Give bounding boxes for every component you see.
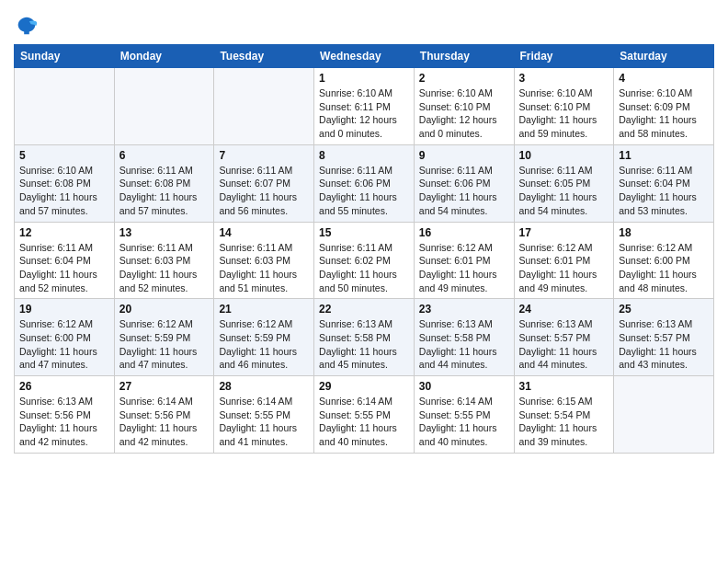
day-number: 22	[319, 303, 409, 316]
day-info: Sunrise: 6:12 AMSunset: 6:00 PMDaylight:…	[19, 317, 109, 372]
calendar-header-row: SundayMondayTuesdayWednesdayThursdayFrid…	[15, 45, 714, 68]
calendar-cell: 10Sunrise: 6:11 AMSunset: 6:05 PMDayligh…	[514, 144, 614, 222]
day-number: 8	[319, 149, 409, 162]
calendar-cell: 8Sunrise: 6:11 AMSunset: 6:06 PMDaylight…	[314, 144, 415, 222]
day-info: Sunrise: 6:13 AMSunset: 5:58 PMDaylight:…	[319, 317, 409, 372]
day-info: Sunrise: 6:10 AMSunset: 6:10 PMDaylight:…	[419, 86, 509, 141]
day-number: 6	[119, 149, 210, 162]
day-info: Sunrise: 6:15 AMSunset: 5:54 PMDaylight:…	[519, 395, 609, 449]
day-number: 25	[619, 303, 709, 316]
day-info: Sunrise: 6:13 AMSunset: 5:57 PMDaylight:…	[519, 317, 609, 372]
day-info: Sunrise: 6:11 AMSunset: 6:06 PMDaylight:…	[419, 164, 509, 218]
calendar-cell: 13Sunrise: 6:11 AMSunset: 6:03 PMDayligh…	[114, 222, 214, 299]
calendar-cell: 6Sunrise: 6:11 AMSunset: 6:08 PMDaylight…	[114, 144, 214, 222]
day-number: 2	[419, 72, 509, 85]
calendar-cell: 18Sunrise: 6:12 AMSunset: 6:00 PMDayligh…	[614, 222, 714, 299]
calendar-cell: 5Sunrise: 6:10 AMSunset: 6:08 PMDaylight…	[15, 144, 115, 222]
day-info: Sunrise: 6:11 AMSunset: 6:07 PMDaylight:…	[219, 164, 309, 218]
day-number: 18	[619, 226, 709, 239]
day-number: 16	[419, 226, 509, 239]
day-number: 20	[119, 303, 210, 316]
calendar-cell	[15, 68, 115, 145]
calendar-cell: 25Sunrise: 6:13 AMSunset: 5:57 PMDayligh…	[614, 299, 714, 376]
calendar-cell: 4Sunrise: 6:10 AMSunset: 6:09 PMDaylight…	[614, 68, 714, 145]
weekday-header-thursday: Thursday	[414, 45, 514, 68]
weekday-header-tuesday: Tuesday	[214, 45, 314, 68]
day-number: 9	[419, 149, 509, 162]
day-info: Sunrise: 6:13 AMSunset: 5:57 PMDaylight:…	[619, 317, 709, 372]
day-info: Sunrise: 6:11 AMSunset: 6:04 PMDaylight:…	[19, 241, 109, 295]
day-number: 26	[19, 380, 109, 393]
day-number: 10	[519, 149, 609, 162]
calendar-week-1: 1Sunrise: 6:10 AMSunset: 6:11 PMDaylight…	[15, 68, 714, 145]
day-info: Sunrise: 6:14 AMSunset: 5:55 PMDaylight:…	[219, 395, 309, 449]
calendar-week-3: 12Sunrise: 6:11 AMSunset: 6:04 PMDayligh…	[15, 222, 714, 299]
calendar-cell: 11Sunrise: 6:11 AMSunset: 6:04 PMDayligh…	[614, 144, 714, 222]
calendar-cell: 17Sunrise: 6:12 AMSunset: 6:01 PMDayligh…	[514, 222, 614, 299]
day-info: Sunrise: 6:12 AMSunset: 5:59 PMDaylight:…	[119, 317, 210, 372]
day-number: 21	[219, 303, 309, 316]
day-info: Sunrise: 6:14 AMSunset: 5:55 PMDaylight:…	[419, 395, 509, 449]
day-number: 13	[119, 226, 210, 239]
day-number: 31	[519, 380, 609, 393]
day-info: Sunrise: 6:11 AMSunset: 6:05 PMDaylight:…	[519, 164, 609, 218]
weekday-header-wednesday: Wednesday	[314, 45, 415, 68]
calendar-cell: 29Sunrise: 6:14 AMSunset: 5:55 PMDayligh…	[314, 376, 415, 454]
calendar-cell: 22Sunrise: 6:13 AMSunset: 5:58 PMDayligh…	[314, 299, 415, 376]
weekday-header-sunday: Sunday	[15, 45, 115, 68]
logo	[14, 13, 41, 39]
day-info: Sunrise: 6:12 AMSunset: 6:01 PMDaylight:…	[419, 241, 509, 295]
day-info: Sunrise: 6:12 AMSunset: 5:59 PMDaylight:…	[219, 317, 309, 372]
day-info: Sunrise: 6:14 AMSunset: 5:56 PMDaylight:…	[119, 395, 210, 449]
day-info: Sunrise: 6:11 AMSunset: 6:03 PMDaylight:…	[219, 241, 309, 295]
day-number: 19	[19, 303, 109, 316]
day-info: Sunrise: 6:11 AMSunset: 6:06 PMDaylight:…	[319, 164, 409, 218]
day-number: 5	[19, 149, 109, 162]
calendar-cell: 28Sunrise: 6:14 AMSunset: 5:55 PMDayligh…	[214, 376, 314, 454]
day-number: 23	[419, 303, 509, 316]
day-number: 14	[219, 226, 309, 239]
day-info: Sunrise: 6:11 AMSunset: 6:04 PMDaylight:…	[619, 164, 709, 218]
day-info: Sunrise: 6:12 AMSunset: 6:00 PMDaylight:…	[619, 241, 709, 295]
day-number: 3	[519, 72, 609, 85]
calendar-cell: 2Sunrise: 6:10 AMSunset: 6:10 PMDaylight…	[414, 68, 514, 145]
calendar-cell: 21Sunrise: 6:12 AMSunset: 5:59 PMDayligh…	[214, 299, 314, 376]
weekday-header-saturday: Saturday	[614, 45, 714, 68]
day-number: 30	[419, 380, 509, 393]
calendar-cell	[614, 376, 714, 454]
calendar-cell: 12Sunrise: 6:11 AMSunset: 6:04 PMDayligh…	[15, 222, 115, 299]
day-number: 24	[519, 303, 609, 316]
day-info: Sunrise: 6:10 AMSunset: 6:11 PMDaylight:…	[319, 86, 409, 141]
day-info: Sunrise: 6:13 AMSunset: 5:56 PMDaylight:…	[19, 395, 109, 449]
day-info: Sunrise: 6:12 AMSunset: 6:01 PMDaylight:…	[519, 241, 609, 295]
day-info: Sunrise: 6:10 AMSunset: 6:09 PMDaylight:…	[619, 86, 709, 141]
calendar-cell	[114, 68, 214, 145]
logo-icon	[14, 13, 40, 39]
day-number: 12	[19, 226, 109, 239]
calendar-cell: 16Sunrise: 6:12 AMSunset: 6:01 PMDayligh…	[414, 222, 514, 299]
day-info: Sunrise: 6:10 AMSunset: 6:08 PMDaylight:…	[19, 164, 109, 218]
calendar-table: SundayMondayTuesdayWednesdayThursdayFrid…	[14, 44, 714, 454]
day-info: Sunrise: 6:10 AMSunset: 6:10 PMDaylight:…	[519, 86, 609, 141]
calendar-cell: 27Sunrise: 6:14 AMSunset: 5:56 PMDayligh…	[114, 376, 214, 454]
calendar-cell: 3Sunrise: 6:10 AMSunset: 6:10 PMDaylight…	[514, 68, 614, 145]
calendar-cell: 31Sunrise: 6:15 AMSunset: 5:54 PMDayligh…	[514, 376, 614, 454]
calendar-cell: 26Sunrise: 6:13 AMSunset: 5:56 PMDayligh…	[15, 376, 115, 454]
day-number: 15	[319, 226, 409, 239]
calendar-week-2: 5Sunrise: 6:10 AMSunset: 6:08 PMDaylight…	[15, 144, 714, 222]
day-number: 27	[119, 380, 210, 393]
day-number: 1	[319, 72, 409, 85]
calendar-cell: 23Sunrise: 6:13 AMSunset: 5:58 PMDayligh…	[414, 299, 514, 376]
day-number: 29	[319, 380, 409, 393]
day-number: 4	[619, 72, 709, 85]
calendar-cell: 7Sunrise: 6:11 AMSunset: 6:07 PMDaylight…	[214, 144, 314, 222]
calendar-cell: 14Sunrise: 6:11 AMSunset: 6:03 PMDayligh…	[214, 222, 314, 299]
calendar-cell: 24Sunrise: 6:13 AMSunset: 5:57 PMDayligh…	[514, 299, 614, 376]
day-info: Sunrise: 6:13 AMSunset: 5:58 PMDaylight:…	[419, 317, 509, 372]
day-number: 7	[219, 149, 309, 162]
calendar-cell: 9Sunrise: 6:11 AMSunset: 6:06 PMDaylight…	[414, 144, 514, 222]
calendar-cell: 19Sunrise: 6:12 AMSunset: 6:00 PMDayligh…	[15, 299, 115, 376]
day-number: 17	[519, 226, 609, 239]
calendar-cell: 15Sunrise: 6:11 AMSunset: 6:02 PMDayligh…	[314, 222, 415, 299]
calendar-cell: 30Sunrise: 6:14 AMSunset: 5:55 PMDayligh…	[414, 376, 514, 454]
